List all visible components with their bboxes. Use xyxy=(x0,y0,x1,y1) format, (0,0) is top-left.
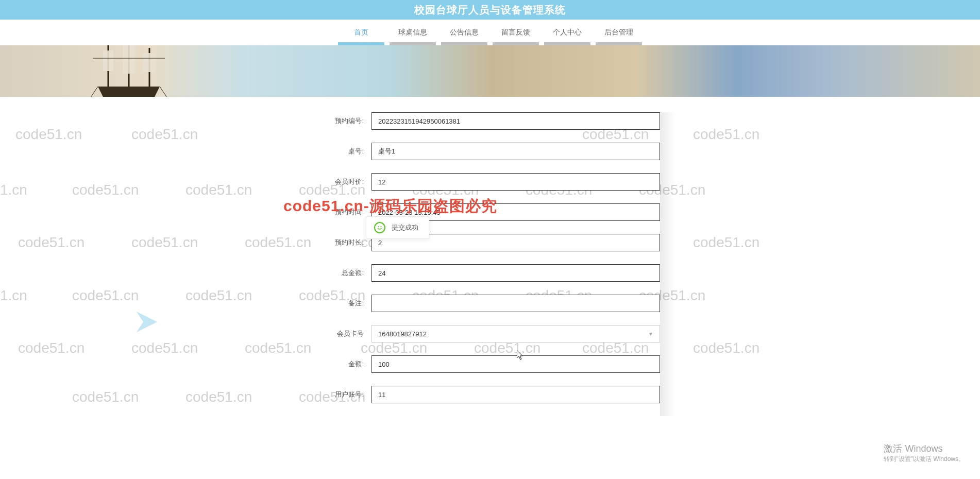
input-table-number[interactable] xyxy=(371,143,660,160)
label-booking-number: 预约编号: xyxy=(320,116,371,126)
form-row-remark: 备注: xyxy=(320,295,660,312)
chevron-down-icon: ▼ xyxy=(648,331,653,337)
header-bar: 校园台球厅人员与设备管理系统 xyxy=(0,0,980,20)
select-member-card[interactable]: 1648019827912 ▼ xyxy=(371,325,660,343)
nav-item-home[interactable]: 首页 xyxy=(338,22,384,43)
input-remark[interactable] xyxy=(371,295,660,312)
svg-point-7 xyxy=(381,226,382,227)
nav-item-admin[interactable]: 后台管理 xyxy=(596,22,642,43)
svg-marker-8 xyxy=(137,312,157,332)
mouse-cursor-icon xyxy=(517,350,525,363)
label-member-card: 会员卡号 xyxy=(320,329,371,338)
label-duration: 预约时长: xyxy=(320,238,371,247)
svg-point-6 xyxy=(378,226,379,227)
main-content: 预约编号: 桌号: 会员时价: 预约时间: 预约时长: 总金额: xyxy=(0,97,980,416)
form-row-amount: 金额: xyxy=(320,355,660,373)
nav-item-profile[interactable]: 个人中心 xyxy=(544,22,590,43)
input-member-rate[interactable] xyxy=(371,173,660,191)
form-row-booking-number: 预约编号: xyxy=(320,112,660,130)
form-row-table-number: 桌号: xyxy=(320,143,660,160)
nav-bar: 首页 球桌信息 公告信息 留言反馈 个人中心 后台管理 xyxy=(0,20,980,45)
svg-line-4 xyxy=(88,87,98,97)
success-toast: 提交成功 xyxy=(366,216,429,239)
form-row-member-rate: 会员时价: xyxy=(320,173,660,191)
cursor-triangle-icon xyxy=(134,309,160,337)
label-remark: 备注: xyxy=(320,299,371,308)
input-booking-number[interactable] xyxy=(371,112,660,130)
svg-line-5 xyxy=(160,87,170,97)
form-row-user-account: 用户账号: xyxy=(320,386,660,403)
label-member-rate: 会员时价: xyxy=(320,177,371,186)
red-watermark: code51.cn-源码乐园盗图必究 xyxy=(283,196,497,217)
windows-activate-notice: 激活 Windows 转到"设置"以激活 Windows。 xyxy=(884,442,965,464)
toast-message: 提交成功 xyxy=(392,223,418,232)
banner-image xyxy=(0,45,980,97)
success-icon xyxy=(374,222,385,233)
nav-item-feedback[interactable]: 留言反馈 xyxy=(493,22,539,43)
header-title: 校园台球厅人员与设备管理系统 xyxy=(414,3,566,17)
nav-item-table-info[interactable]: 球桌信息 xyxy=(390,22,436,43)
windows-activate-title: 激活 Windows xyxy=(884,442,965,455)
form-row-total-amount: 总金额: xyxy=(320,264,660,282)
windows-activate-subtitle: 转到"设置"以激活 Windows。 xyxy=(884,455,965,464)
nav-item-announcement[interactable]: 公告信息 xyxy=(441,22,487,43)
input-user-account[interactable] xyxy=(371,386,660,403)
form-row-member-card: 会员卡号 1648019827912 ▼ xyxy=(320,325,660,343)
label-total-amount: 总金额: xyxy=(320,268,371,278)
label-user-account: 用户账号: xyxy=(320,390,371,399)
booking-form: 预约编号: 桌号: 会员时价: 预约时间: 预约时长: 总金额: xyxy=(320,112,660,416)
input-total-amount[interactable] xyxy=(371,264,660,282)
label-amount: 金额: xyxy=(320,360,371,369)
label-table-number: 桌号: xyxy=(320,147,371,156)
select-member-card-value: 1648019827912 xyxy=(378,330,427,338)
input-amount[interactable] xyxy=(371,355,660,373)
